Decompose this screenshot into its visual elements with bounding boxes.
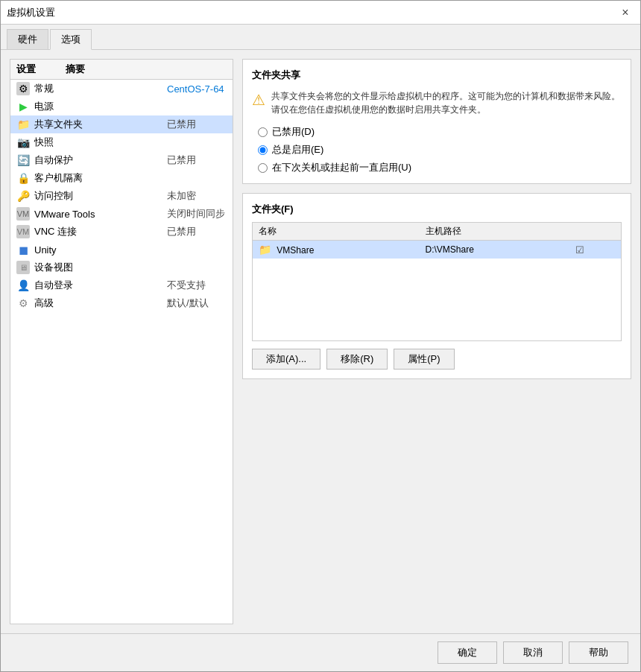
sidebar-summary-vmtools: 关闭时间同步 [167, 207, 227, 221]
folder-section: 文件夹(F) 名称 主机路径 [242, 193, 631, 379]
tab-options[interactable]: 选项 [50, 29, 92, 50]
sidebar-item-power[interactable]: ▶ 电源 [10, 98, 233, 115]
folder-icon: 📁 [16, 118, 30, 131]
tabs-bar: 硬件 选项 [1, 25, 640, 50]
warning-icon: ⚠ [252, 91, 265, 116]
unity-icon: ◼ [16, 243, 30, 256]
radio-next-shutdown-label: 在下次关机或挂起前一直启用(U) [272, 161, 411, 174]
sidebar-item-isolation[interactable]: 🔒 客户机隔离 [10, 169, 233, 187]
isolation-icon: 🔒 [16, 171, 30, 185]
folder-table-wrap: 名称 主机路径 📁 VMShare D:\VMS [252, 222, 622, 341]
remove-button[interactable]: 移除(R) [326, 349, 388, 370]
tab-hardware[interactable]: 硬件 [7, 29, 48, 49]
col-enabled [569, 223, 621, 241]
col-name: 名称 [253, 223, 420, 241]
access-icon: 🔑 [16, 189, 30, 203]
sidebar-item-vmtools[interactable]: VM VMware Tools 关闭时间同步 [10, 205, 233, 223]
sidebar-item-vnc[interactable]: VM VNC 连接 已禁用 [10, 223, 233, 241]
dialog-title: 虚拟机设置 [7, 6, 55, 19]
power-icon: ▶ [16, 100, 30, 113]
sidebar-summary-autosave: 已禁用 [167, 153, 227, 167]
col-settings: 设置 [16, 63, 36, 76]
cell-path: D:\VMShare [420, 241, 569, 259]
radio-always[interactable]: 总是启用(E) [258, 143, 622, 156]
folder-section-title: 文件夹(F) [252, 203, 622, 216]
vmtools-icon: VM [16, 207, 30, 221]
sidebar-summary-shared-folder: 已禁用 [167, 118, 227, 131]
sidebar-item-unity[interactable]: ◼ Unity [10, 241, 233, 259]
radio-next-shutdown-input[interactable] [258, 163, 268, 173]
sidebar-item-autosave[interactable]: 🔄 自动保护 已禁用 [10, 151, 233, 169]
sidebar-label-power: 电源 [34, 100, 162, 113]
warning-row: ⚠ 共享文件夹会将您的文件显示给虚拟机中的程序。这可能为您的计算机和数据带来风险… [252, 89, 622, 116]
shared-folder-section: 文件夹共享 ⚠ 共享文件夹会将您的文件显示给虚拟机中的程序。这可能为您的计算机和… [242, 59, 631, 184]
sidebar-item-shared-folder[interactable]: 📁 共享文件夹 已禁用 [10, 115, 233, 133]
sidebar-label-autosave: 自动保护 [34, 153, 162, 167]
left-panel-header: 设置 摘要 [10, 60, 233, 80]
main-content: 设置 摘要 ⚙ 常规 CentOS-7-64 ▶ 电源 📁 共享文件夹 已禁用 [1, 50, 640, 633]
sidebar-label-devview: 设备视图 [34, 261, 162, 274]
cancel-button[interactable]: 取消 [503, 641, 563, 664]
sidebar-summary-general: CentOS-7-64 [167, 83, 227, 95]
sidebar-label-access: 访问控制 [34, 189, 162, 203]
radio-disabled-label: 已禁用(D) [272, 125, 315, 139]
snapshot-icon: 📷 [16, 136, 30, 149]
sidebar-summary-advanced: 默认/默认 [167, 297, 227, 310]
sidebar-item-advanced[interactable]: ⚙ 高级 默认/默认 [10, 294, 233, 312]
ok-button[interactable]: 确定 [438, 641, 497, 664]
shared-folder-title: 文件夹共享 [252, 69, 622, 82]
sidebar-label-snapshot: 快照 [34, 136, 162, 149]
help-button[interactable]: 帮助 [569, 641, 628, 664]
sidebar-label-shared-folder: 共享文件夹 [34, 118, 162, 131]
sidebar-label-advanced: 高级 [34, 297, 162, 310]
left-panel: 设置 摘要 ⚙ 常规 CentOS-7-64 ▶ 电源 📁 共享文件夹 已禁用 [10, 59, 233, 624]
right-panel: 文件夹共享 ⚠ 共享文件夹会将您的文件显示给虚拟机中的程序。这可能为您的计算机和… [242, 59, 631, 624]
folder-btn-row: 添加(A)... 移除(R) 属性(P) [252, 349, 622, 370]
sidebar-item-access[interactable]: 🔑 访问控制 未加密 [10, 187, 233, 205]
sidebar-label-unity: Unity [34, 244, 162, 256]
sidebar-label-vnc: VNC 连接 [34, 225, 162, 238]
radio-group: 已禁用(D) 总是启用(E) 在下次关机或挂起前一直启用(U) [258, 125, 622, 174]
advanced-icon: ⚙ [16, 297, 30, 310]
properties-button[interactable]: 属性(P) [394, 349, 454, 370]
radio-next-shutdown[interactable]: 在下次关机或挂起前一直启用(U) [258, 161, 622, 174]
col-host-path: 主机路径 [420, 223, 569, 241]
radio-disabled-input[interactable] [258, 127, 268, 137]
folder-table: 名称 主机路径 📁 VMShare D:\VMS [253, 223, 621, 259]
row-checkbox: ☑ [575, 244, 584, 256]
radio-disabled[interactable]: 已禁用(D) [258, 125, 622, 139]
sidebar-item-devview[interactable]: 🖥 设备视图 [10, 259, 233, 276]
cell-enabled: ☑ [569, 241, 621, 259]
radio-always-input[interactable] [258, 145, 268, 155]
sidebar-item-snapshot[interactable]: 📷 快照 [10, 133, 233, 151]
sidebar-item-general[interactable]: ⚙ 常规 CentOS-7-64 [10, 80, 233, 98]
sidebar-label-isolation: 客户机隔离 [34, 171, 162, 185]
sidebar-label-general: 常规 [34, 82, 162, 95]
devview-icon: 🖥 [16, 261, 30, 274]
row-folder-icon: 📁 [259, 244, 271, 256]
sidebar-summary-autologin: 不受支持 [167, 279, 227, 292]
sidebar-label-autologin: 自动登录 [34, 279, 162, 292]
sidebar-label-vmtools: VMware Tools [34, 209, 162, 220]
sidebar-summary-access: 未加密 [167, 189, 227, 203]
autosave-icon: 🔄 [16, 153, 30, 167]
settings-icon: ⚙ [16, 82, 30, 95]
warning-text: 共享文件夹会将您的文件显示给虚拟机中的程序。这可能为您的计算机和数据带来风险。请… [271, 89, 622, 116]
virtual-machine-settings-dialog: 虚拟机设置 × 硬件 选项 设置 摘要 ⚙ 常规 CentOS-7-64 ▶ 电… [0, 0, 641, 672]
add-button[interactable]: 添加(A)... [252, 349, 320, 370]
title-bar: 虚拟机设置 × [1, 1, 640, 25]
radio-always-label: 总是启用(E) [272, 143, 323, 156]
sidebar-summary-vnc: 已禁用 [167, 225, 227, 238]
autologin-icon: 👤 [16, 279, 30, 292]
sidebar-item-autologin[interactable]: 👤 自动登录 不受支持 [10, 276, 233, 294]
close-button[interactable]: × [616, 4, 634, 22]
table-row[interactable]: 📁 VMShare D:\VMShare ☑ [253, 241, 621, 259]
vnc-icon: VM [16, 225, 30, 238]
cell-name: 📁 VMShare [253, 241, 420, 259]
footer: 确定 取消 帮助 [1, 633, 640, 671]
col-summary: 摘要 [66, 63, 85, 76]
